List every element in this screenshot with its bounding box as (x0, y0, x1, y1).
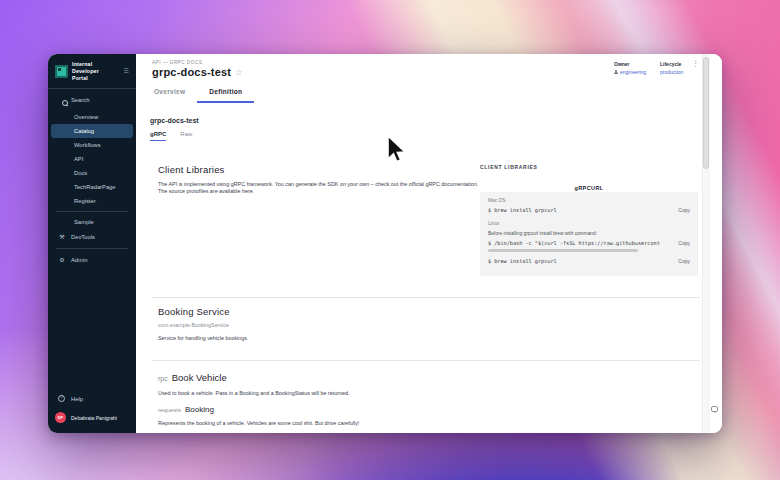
request-description: Represents the booking of a vehicle. Veh… (158, 420, 578, 427)
sidebar-footer: ? Help DP Debabrata Panigrahi (48, 390, 136, 433)
user-name: Debabrata Panigrahi (71, 415, 117, 421)
main-content: API — GRPC DOCS grpc-docs-test ☆ Owner e… (136, 54, 722, 433)
page-title: grpc-docs-test (152, 66, 231, 78)
linux-label: Linux (488, 221, 690, 226)
app-window: Internal Developer Portal ☰ Search Overv… (48, 54, 722, 433)
linux-command-row-1: $ /bin/bash -c "$(curl -fsSL https://raw… (488, 240, 690, 246)
sidebar-devtools-label: DevTools (71, 234, 95, 240)
section-divider (152, 297, 700, 298)
sidebar-item-help[interactable]: ? Help (48, 390, 136, 407)
favorite-star-icon[interactable]: ☆ (235, 68, 242, 77)
more-options-icon[interactable]: ⋮ (692, 59, 700, 68)
brand[interactable]: Internal Developer Portal ☰ (48, 54, 136, 89)
sidebar-item-sample[interactable]: Sample (48, 215, 136, 229)
user-avatar: DP (55, 412, 66, 423)
tab-grpc[interactable]: gRPC (150, 131, 166, 141)
sidebar-item-admin[interactable]: ⚙ Admin (48, 252, 136, 268)
sidebar-divider (56, 248, 128, 249)
sidebar-user[interactable]: DP Debabrata Panigrahi (48, 407, 136, 428)
request-heading-row: requests Booking (158, 405, 214, 414)
linux-command-1: $ /bin/bash -c "$(curl -fsSL https://raw… (488, 240, 660, 246)
rpc-heading-row: rpc Book Vehicle (158, 372, 227, 383)
lifecycle-value: production (660, 69, 683, 75)
sidebar-item-devtools[interactable]: ⚒ DevTools (48, 229, 136, 245)
rpc-name: Book Vehicle (172, 372, 227, 383)
macos-label: Mac OS (488, 198, 690, 203)
sidebar-toggle-icon[interactable]: ☰ (124, 68, 129, 74)
vertical-scrollbar-thumb[interactable] (703, 57, 709, 169)
section-divider (152, 360, 700, 361)
install-instructions-panel: Mac OS $ brew install grpcurl Copy Linux… (480, 192, 698, 276)
rpc-kind: rpc (158, 375, 168, 382)
sidebar-item-workflows[interactable]: Workflows (48, 138, 136, 152)
tab-grpcurl[interactable]: gRPCURL (574, 185, 603, 191)
sidebar: Internal Developer Portal ☰ Search Overv… (48, 54, 136, 433)
macos-command-row: $ brew install grpcurl Copy (488, 207, 690, 213)
horizontal-scrollbar[interactable] (488, 249, 638, 252)
gear-icon: ⚙ (58, 257, 66, 263)
sidebar-nav: Overview Catalog Workflows API Docs Tech… (48, 110, 136, 268)
tab-definition[interactable]: Definition (197, 84, 254, 103)
lifecycle-block: Lifecycle production (660, 61, 683, 75)
entity-tabs: Overview Definition (142, 84, 254, 103)
definition-card-title: grpc-docs-test (150, 117, 199, 124)
sidebar-item-register[interactable]: Register (48, 194, 136, 208)
sidebar-help-label: Help (71, 396, 83, 402)
request-name: Booking (185, 405, 214, 414)
request-kind: requests (158, 407, 181, 413)
owner-label: Owner (614, 61, 646, 67)
linux-command-row-2: $ brew install grpcurl Copy (488, 258, 690, 264)
sidebar-item-search[interactable]: Search (48, 89, 136, 108)
copy-button[interactable]: Copy (678, 240, 690, 246)
sidebar-item-catalog[interactable]: Catalog (51, 124, 133, 138)
copy-button[interactable]: Copy (678, 207, 690, 213)
tab-overview[interactable]: Overview (142, 84, 197, 103)
page-title-row: grpc-docs-test ☆ (152, 66, 242, 78)
client-libraries-panel-title: CLIENT LIBRARIES (480, 164, 538, 170)
owner-link[interactable]: engineering (614, 69, 646, 75)
client-libraries-description-2: The source protofiles are available here… (158, 188, 488, 195)
owner-value: engineering (620, 69, 646, 75)
wrench-icon: ⚒ (58, 234, 66, 240)
copy-button[interactable]: Copy (678, 258, 690, 264)
brand-title: Internal Developer Portal (72, 61, 120, 81)
sidebar-admin-label: Admin (71, 257, 87, 263)
booking-service-description: Service for handling vehicle bookings. (158, 335, 249, 342)
booking-service-fqn: com.example.BookingService (158, 322, 229, 328)
feedback-icon[interactable] (711, 406, 718, 412)
sidebar-item-techradarpage[interactable]: TechRadarPage (48, 180, 136, 194)
owner-block: Owner engineering (614, 61, 646, 75)
lifecycle-label: Lifecycle (660, 61, 683, 67)
linux-command-2: $ brew install grpcurl (488, 258, 557, 264)
tab-raw[interactable]: Raw (180, 131, 192, 140)
rpc-description: Used to book a vehicle. Pass in a Bookin… (158, 390, 578, 397)
sidebar-search-label: Search (71, 97, 89, 103)
linux-note: Before installing grpcurl install brew w… (488, 231, 690, 236)
client-libraries-heading: Client Libraries (158, 164, 225, 175)
sidebar-item-api[interactable]: API (48, 152, 136, 166)
group-icon (614, 70, 618, 74)
macos-command: $ brew install grpcurl (488, 207, 557, 213)
definition-card-tabs: gRPC Raw (150, 131, 192, 141)
sidebar-item-overview[interactable]: Overview (48, 110, 136, 124)
help-icon: ? (58, 395, 66, 402)
breadcrumb[interactable]: API — GRPC DOCS (152, 60, 202, 65)
booking-service-heading: Booking Service (158, 306, 230, 317)
brand-logo-icon (55, 65, 68, 78)
sidebar-item-docs[interactable]: Docs (48, 166, 136, 180)
mouse-cursor (386, 135, 410, 167)
sidebar-divider (56, 211, 128, 212)
